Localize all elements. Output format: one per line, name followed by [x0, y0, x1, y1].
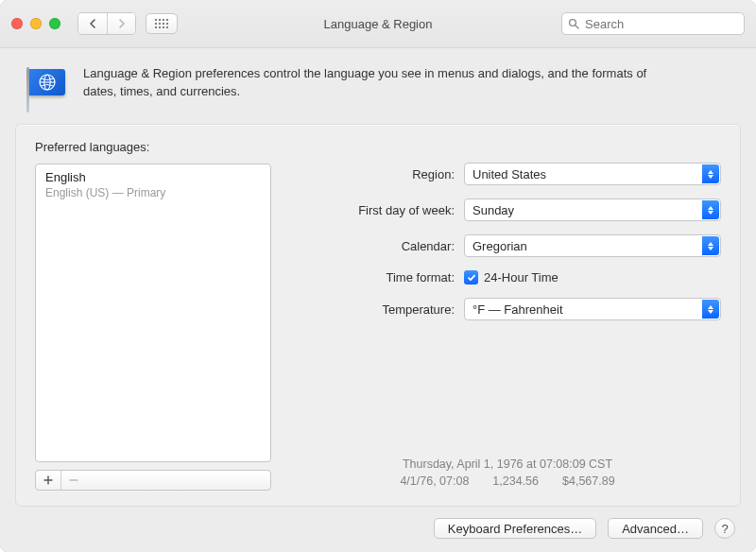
chevron-up-down-icon	[702, 164, 719, 183]
minus-icon	[69, 475, 78, 485]
chevron-up-down-icon	[702, 300, 719, 319]
region-settings: Region: United States First day of week:…	[303, 140, 721, 491]
footer-buttons: Keyboard Preferences… Advanced… ?	[15, 507, 741, 539]
settings-panel: Preferred languages: English English (US…	[15, 124, 741, 507]
language-region-icon	[23, 67, 68, 112]
calendar-label: Calendar:	[303, 239, 464, 253]
back-button[interactable]	[78, 13, 107, 34]
nav-back-forward	[77, 12, 136, 35]
window-controls	[11, 18, 60, 29]
language-subtitle: English (US) — Primary	[45, 186, 261, 199]
region-popup[interactable]: United States	[464, 163, 721, 185]
preferred-languages-heading: Preferred languages:	[35, 140, 271, 154]
add-language-button[interactable]	[36, 471, 60, 490]
first-day-label: First day of week:	[303, 203, 464, 217]
24hour-checkbox-label: 24-Hour Time	[484, 270, 558, 285]
help-button[interactable]: ?	[714, 518, 735, 539]
chevron-up-down-icon	[702, 200, 719, 219]
forward-button[interactable]	[107, 13, 135, 34]
window-body: Language & Region preferences control th…	[0, 48, 756, 552]
add-remove-controls	[35, 470, 271, 491]
chevron-right-icon	[118, 19, 126, 28]
keyboard-preferences-button[interactable]: Keyboard Preferences…	[434, 518, 596, 539]
first-day-value: Sunday	[472, 203, 514, 217]
temperature-label: Temperature:	[303, 302, 464, 317]
close-icon[interactable]	[11, 18, 23, 29]
temperature-popup[interactable]: °F — Fahrenheit	[464, 298, 721, 320]
example-line-2: 4/1/76, 07:08 1,234.56 $4,567.89	[303, 473, 712, 491]
region-value: United States	[472, 167, 546, 181]
preferred-languages-section: Preferred languages: English English (US…	[35, 140, 271, 491]
region-label: Region:	[303, 167, 464, 181]
calendar-popup[interactable]: Gregorian	[464, 234, 721, 257]
zoom-icon[interactable]	[49, 18, 60, 29]
first-day-popup[interactable]: Sunday	[464, 198, 721, 221]
example-line-1: Thursday, April 1, 1976 at 07:08:09 CST	[303, 456, 712, 474]
plus-icon	[43, 475, 53, 485]
show-all-button[interactable]	[146, 13, 178, 34]
prefs-window: Language & Region	[0, 0, 756, 552]
language-name: English	[45, 170, 261, 184]
remove-language-button[interactable]	[60, 471, 85, 490]
search-input[interactable]	[583, 16, 738, 32]
time-format-label: Time format:	[303, 270, 464, 285]
advanced-button[interactable]: Advanced…	[608, 518, 703, 539]
temperature-value: °F — Fahrenheit	[472, 302, 563, 317]
format-examples: Thursday, April 1, 1976 at 07:08:09 CST …	[303, 456, 721, 492]
language-item[interactable]: English English (US) — Primary	[45, 170, 261, 199]
calendar-value: Gregorian	[472, 239, 527, 253]
search-field[interactable]	[561, 12, 745, 35]
window-toolbar: Language & Region	[0, 0, 756, 48]
chevron-left-icon	[89, 19, 96, 28]
grid-icon	[155, 19, 168, 28]
globe-icon	[38, 73, 57, 92]
intro-section: Language & Region preferences control th…	[15, 60, 741, 124]
intro-text: Language & Region preferences control th…	[83, 65, 669, 101]
svg-line-1	[576, 26, 578, 28]
search-icon	[568, 18, 579, 29]
24hour-checkbox[interactable]	[464, 270, 478, 285]
checkmark-icon	[467, 273, 476, 283]
svg-point-0	[570, 20, 576, 26]
minimize-icon[interactable]	[30, 18, 42, 29]
preferred-languages-list[interactable]: English English (US) — Primary	[35, 164, 271, 462]
chevron-up-down-icon	[702, 236, 719, 255]
